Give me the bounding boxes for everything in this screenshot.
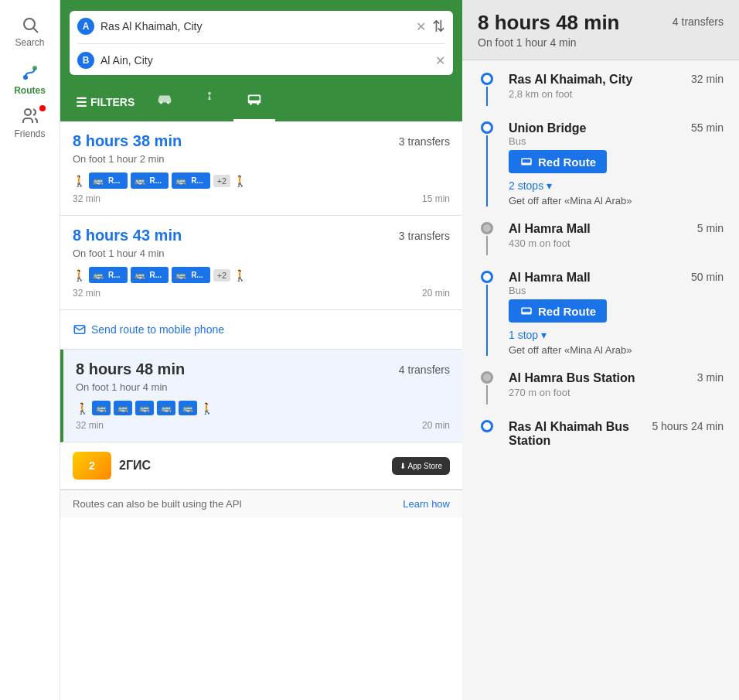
car-transport-button[interactable] bbox=[144, 83, 186, 121]
svg-rect-14 bbox=[523, 159, 531, 163]
route-3-duration: 8 hours 48 min bbox=[76, 360, 185, 378]
filter-icon: ☰ bbox=[76, 95, 87, 110]
stops-count-1: 2 stops bbox=[509, 179, 543, 192]
send-route-card: Send route to mobile phone bbox=[60, 310, 462, 350]
destination-input[interactable] bbox=[100, 54, 429, 67]
station-3: Al Hamra Mall bbox=[509, 222, 591, 236]
sub-1: 2,8 km on foot bbox=[509, 88, 724, 100]
detail-panel: 8 hours 48 min On foot 1 hour 4 min 4 tr… bbox=[462, 0, 739, 700]
sidebar-search-label: Search bbox=[15, 37, 44, 48]
timeline-item-6: Ras Al Khaimah Bus Station 5 hours 24 mi… bbox=[478, 420, 724, 448]
sub-3: 430 m on foot bbox=[509, 237, 724, 249]
route-card-2[interactable]: 8 hours 43 min 3 transfers On foot 1 hou… bbox=[60, 216, 462, 310]
detail-duration-block: 8 hours 48 min On foot 1 hour 4 min bbox=[478, 11, 620, 49]
route-2-duration: 8 hours 43 min bbox=[73, 227, 182, 244]
route-card-1[interactable]: 8 hours 38 min 3 transfers On foot 1 hou… bbox=[60, 121, 462, 216]
filters-button[interactable]: ☰ FILTERS bbox=[70, 87, 141, 118]
route-3-transfers: 4 transfers bbox=[399, 364, 450, 376]
timeline-dot-1 bbox=[481, 73, 493, 85]
station-4: Al Hamra Mall bbox=[509, 271, 591, 285]
timeline-item-1: Ras Al Khaimah, City 32 min 2,8 km on fo… bbox=[478, 73, 724, 121]
route-3-steps: 🚶 🚌 🚌 🚌 🚌 🚌 🚶 bbox=[76, 401, 450, 415]
point-b-badge: B bbox=[77, 52, 94, 69]
svg-point-6 bbox=[167, 101, 170, 104]
route-3-time-end: 20 min bbox=[422, 420, 450, 431]
timeline-dot-3 bbox=[481, 222, 493, 234]
red-route-label-2: Red Route bbox=[538, 305, 596, 318]
sidebar-routes-label: Routes bbox=[14, 85, 46, 96]
sidebar-item-routes[interactable]: Routes bbox=[0, 56, 60, 104]
walk-icon-2: 🚶 bbox=[73, 269, 86, 282]
get-off-1: Get off after «Mina Al Arab» bbox=[509, 195, 724, 207]
svg-line-1 bbox=[33, 29, 38, 33]
learn-how-link[interactable]: Learn how bbox=[403, 498, 450, 510]
detail-foot: On foot 1 hour 4 min bbox=[478, 36, 620, 49]
bus-step-3b: 🚌 bbox=[114, 401, 132, 415]
timeline-dot-5 bbox=[481, 371, 493, 384]
bus-step-2b: 🚌 R... bbox=[131, 267, 169, 283]
more-steps-2: +2 bbox=[213, 269, 231, 282]
bus-step-3c: 🚌 bbox=[135, 401, 154, 415]
time-1: 32 min bbox=[691, 73, 724, 85]
stops-count-2: 1 stop bbox=[509, 329, 538, 341]
svg-point-11 bbox=[257, 103, 260, 105]
route-1-transfers: 3 transfers bbox=[399, 135, 450, 148]
origin-field[interactable]: A ✕ ⇅ bbox=[77, 17, 445, 36]
filters-label: FILTERS bbox=[90, 96, 135, 108]
stops-toggle-2[interactable]: 1 stop ▾ bbox=[509, 329, 724, 341]
bus-step-1c: 🚌 R... bbox=[172, 172, 210, 189]
timeline-item-2: Union Bridge 55 min Bus Red Route 2 stop… bbox=[478, 121, 724, 222]
walk-icon-1b: 🚶 bbox=[233, 175, 247, 187]
app-store-button[interactable]: ⬇ App Store bbox=[392, 457, 450, 475]
route-2-header: 8 hours 43 min 3 transfers bbox=[73, 227, 450, 244]
walk-icon-3a: 🚶 bbox=[76, 402, 89, 415]
route-3-time-start: 32 min bbox=[76, 420, 104, 431]
timeline-dot-6 bbox=[481, 420, 493, 432]
filters-bar: ☰ FILTERS bbox=[60, 83, 462, 121]
bus-step-1a: 🚌 R... bbox=[89, 172, 128, 189]
bus-step-3e: 🚌 bbox=[179, 401, 197, 415]
timeline-line-2 bbox=[486, 135, 488, 207]
route-1-foot: On foot 1 hour 2 min bbox=[73, 153, 450, 165]
bus-transport-button[interactable] bbox=[233, 83, 275, 121]
route-1-time-start: 32 min bbox=[73, 193, 100, 204]
chevron-down-icon-2: ▾ bbox=[541, 329, 547, 341]
time-2: 55 min bbox=[691, 121, 724, 134]
swap-button[interactable]: ⇅ bbox=[432, 17, 445, 36]
timeline-line-1 bbox=[486, 87, 488, 106]
sidebar: Search Routes Friends bbox=[0, 0, 60, 700]
svg-point-10 bbox=[250, 103, 252, 105]
clear-origin-button[interactable]: ✕ bbox=[416, 19, 426, 34]
route-2-steps: 🚶 🚌 R... 🚌 R... 🚌 R... +2 🚶 bbox=[73, 267, 450, 283]
station-1: Ras Al Khaimah, City bbox=[509, 73, 632, 87]
origin-input[interactable] bbox=[100, 20, 410, 32]
send-route-button[interactable]: Send route to mobile phone bbox=[73, 323, 224, 336]
destination-field[interactable]: B ✕ bbox=[77, 52, 445, 69]
walk-icon-2b: 🚶 bbox=[233, 269, 247, 282]
red-route-badge-2: Red Route bbox=[509, 299, 607, 323]
svg-point-7 bbox=[208, 92, 211, 95]
route-card-3[interactable]: 8 hours 48 min 4 transfers On foot 1 hou… bbox=[60, 350, 462, 442]
clear-destination-button[interactable]: ✕ bbox=[435, 53, 445, 68]
walk-icon-3b: 🚶 bbox=[200, 402, 213, 415]
time-3: 5 min bbox=[697, 222, 724, 234]
route-2-transfers: 3 transfers bbox=[399, 230, 450, 242]
route-2-time-end: 20 min bbox=[422, 288, 450, 299]
sidebar-item-friends[interactable]: Friends bbox=[0, 99, 60, 147]
walk-transport-button[interactable] bbox=[189, 83, 230, 121]
route-1-header: 8 hours 38 min 3 transfers bbox=[73, 132, 450, 150]
route-2-foot: On foot 1 hour 4 min bbox=[73, 248, 450, 259]
walk-icon-1: 🚶 bbox=[73, 175, 86, 187]
timeline-item-3: Al Hamra Mall 5 min 430 m on foot bbox=[478, 222, 724, 271]
routes-list: 8 hours 38 min 3 transfers On foot 1 hou… bbox=[60, 121, 462, 700]
route-1-times: 32 min 15 min bbox=[73, 193, 450, 204]
sidebar-item-search[interactable]: Search bbox=[0, 8, 60, 56]
more-steps-1: +2 bbox=[213, 175, 231, 187]
send-route-label: Send route to mobile phone bbox=[91, 323, 224, 336]
svg-point-4 bbox=[25, 109, 31, 115]
search-bar: A ✕ ⇅ B ✕ bbox=[60, 0, 462, 83]
timeline-item-4: Al Hamra Mall 50 min Bus Red Route 1 sto… bbox=[478, 271, 724, 371]
main-panel: A ✕ ⇅ B ✕ ☰ FILTERS bbox=[60, 0, 462, 700]
stops-toggle-1[interactable]: 2 stops ▾ bbox=[509, 179, 724, 192]
route-3-header: 8 hours 48 min 4 transfers bbox=[76, 360, 450, 378]
